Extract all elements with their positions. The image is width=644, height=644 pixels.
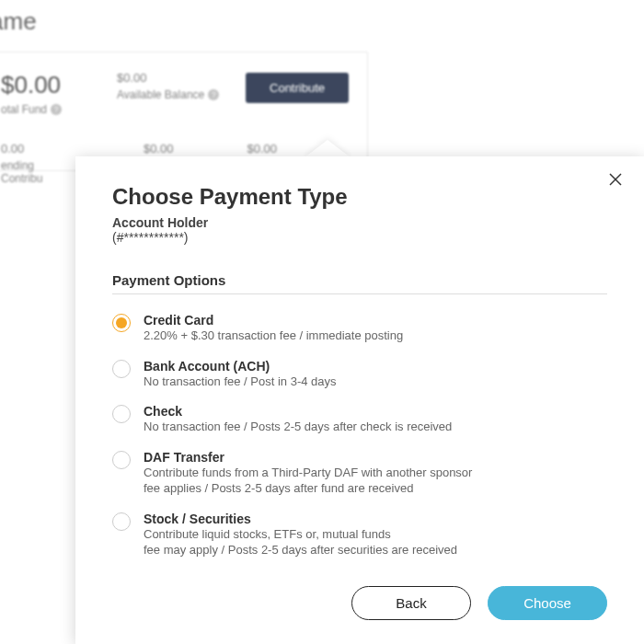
payment-option[interactable]: Stock / SecuritiesContribute liquid stoc… bbox=[112, 506, 607, 568]
option-desc: No transaction fee / Posts 2-5 days afte… bbox=[144, 419, 452, 435]
option-title: Credit Card bbox=[144, 313, 403, 328]
payment-option[interactable]: CheckNo transaction fee / Posts 2-5 days… bbox=[112, 398, 607, 444]
payment-options-list: Credit Card2.20% + $.30 transaction fee … bbox=[112, 307, 607, 568]
contribute-button[interactable]: Contribute bbox=[246, 73, 349, 103]
account-mask: (#************) bbox=[112, 230, 607, 245]
help-icon[interactable]: ? bbox=[51, 104, 62, 115]
account-holder-label: Account Holder bbox=[112, 215, 607, 230]
payment-option[interactable]: Bank Account (ACH)No transaction fee / P… bbox=[112, 353, 607, 399]
back-button[interactable]: Back bbox=[351, 586, 471, 620]
available-amount: $0.00 bbox=[117, 71, 219, 85]
total-fund-amount: $0.00 bbox=[1, 71, 62, 99]
total-fund-label: otal Fund bbox=[1, 103, 47, 116]
option-desc: Contribute funds from a Third-Party DAF … bbox=[144, 465, 472, 497]
option-desc: 2.20% + $.30 transaction fee / immediate… bbox=[144, 328, 403, 344]
payment-option[interactable]: Credit Card2.20% + $.30 transaction fee … bbox=[112, 307, 607, 353]
option-title: Check bbox=[144, 404, 452, 419]
radio-icon[interactable] bbox=[112, 405, 131, 423]
option-title: Stock / Securities bbox=[144, 512, 457, 526]
page-title: er Name bbox=[0, 7, 37, 36]
pending-amount: 0.00 bbox=[1, 142, 70, 155]
option-desc: No transaction fee / Post in 3-4 days bbox=[144, 374, 337, 390]
radio-icon[interactable] bbox=[112, 360, 131, 378]
stat-amount: $0.00 bbox=[144, 142, 174, 155]
payment-option[interactable]: DAF TransferContribute funds from a Thir… bbox=[112, 444, 607, 506]
radio-icon[interactable] bbox=[112, 314, 131, 332]
radio-icon[interactable] bbox=[112, 451, 131, 469]
modal-pointer bbox=[304, 140, 351, 158]
radio-icon[interactable] bbox=[112, 512, 131, 531]
choose-button[interactable]: Choose bbox=[488, 586, 607, 620]
modal-title: Choose Payment Type bbox=[112, 184, 607, 210]
option-desc: Contribute liquid stocks, ETFs or, mutua… bbox=[144, 526, 457, 558]
stat-amount: $0.00 bbox=[247, 142, 277, 155]
modal-actions: Back Choose bbox=[112, 586, 607, 620]
available-label: Available Balance bbox=[117, 88, 204, 101]
choose-payment-modal: Choose Payment Type Account Holder (#***… bbox=[75, 156, 644, 644]
option-title: Bank Account (ACH) bbox=[144, 359, 337, 374]
payment-options-heading: Payment Options bbox=[112, 272, 607, 294]
pending-label: ending Contribu bbox=[1, 159, 70, 185]
option-title: DAF Transfer bbox=[144, 450, 472, 465]
close-icon[interactable] bbox=[607, 171, 624, 191]
help-icon[interactable]: ? bbox=[208, 89, 219, 100]
